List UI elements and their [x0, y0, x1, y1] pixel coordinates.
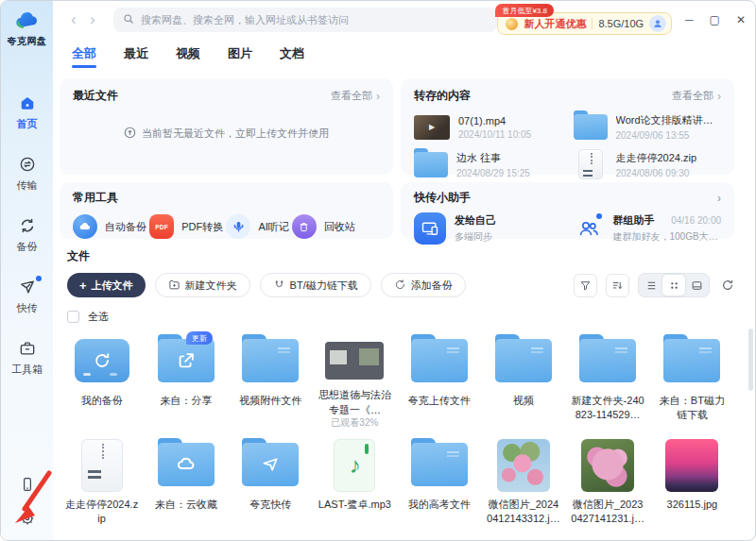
photo-thumbnail-icon: [497, 439, 550, 492]
search-placeholder: 搜索网盘、搜索全网，输入网址或从书签访问: [141, 13, 349, 27]
assistant-item-name: 发给自己: [455, 213, 496, 228]
minimize-icon[interactable]: ─: [685, 14, 694, 25]
assistant-item-name: 群组助手: [613, 213, 655, 228]
sidebar-item-label: 快传: [17, 301, 38, 315]
sort-icon[interactable]: [606, 274, 629, 297]
add-backup-button[interactable]: 添加备份: [381, 273, 466, 297]
coin-icon: [506, 18, 518, 30]
photo-thumbnail-icon: [665, 439, 718, 492]
filter-icon[interactable]: [574, 274, 597, 297]
grid-view-icon[interactable]: [662, 275, 685, 296]
file-name: 夸克快传: [245, 498, 296, 512]
maximize-icon[interactable]: ▢: [710, 14, 720, 25]
transferred-item[interactable]: 07(1).mp4 2024/10/11 10:05: [414, 113, 562, 141]
folder-icon: [411, 443, 468, 486]
app-name: 夸克网盘: [8, 35, 47, 48]
sidebar-item-label: 备份: [17, 240, 38, 254]
search-icon: [123, 13, 134, 26]
storage-quota: 8.5G/10G: [598, 18, 644, 29]
select-all-checkbox[interactable]: [67, 311, 79, 323]
file-tile[interactable]: 来自：BT磁力链下载: [650, 326, 734, 430]
forward-icon[interactable]: ›: [83, 12, 102, 27]
transferred-item[interactable]: 边水 往事 2024/08/29 15:25: [414, 149, 562, 179]
sidebar-item-transfer[interactable]: 传输: [17, 155, 38, 193]
transferred-view-all-link[interactable]: 查看全部›: [672, 89, 721, 103]
file-tile[interactable]: 微信图片_20230427141231.j…: [566, 430, 650, 533]
tab-recent[interactable]: 最近: [124, 45, 148, 67]
toolbox-icon: [18, 339, 37, 360]
new-folder-button[interactable]: 新建文件夹: [155, 273, 250, 297]
tool-recycle-bin[interactable]: 回收站: [292, 214, 355, 239]
sidebar-item-label: 工具箱: [11, 363, 43, 377]
tool-label: 回收站: [324, 220, 355, 234]
avatar[interactable]: [649, 15, 666, 32]
quark-cloud-logo-icon: [14, 9, 40, 34]
card-view-icon[interactable]: [685, 275, 708, 296]
transferred-item[interactable]: Word论文排版精讲（完结） 2024/09/06 13:55: [574, 113, 722, 141]
sidebar-item-backup[interactable]: 备份: [17, 216, 38, 254]
file-name: 我的高考文件: [404, 498, 475, 512]
file-tile[interactable]: 更新 来自：分享: [144, 326, 228, 430]
app-logo: 夸克网盘: [8, 9, 47, 48]
group-assistant-item[interactable]: 群组助手 04/16 20:00 建群加好友，100GB大文件直接发: [573, 212, 722, 245]
file-name: 07(1).mp4: [458, 115, 531, 127]
tab-video[interactable]: 视频: [176, 45, 200, 67]
file-tile[interactable]: 我的高考文件: [397, 430, 481, 533]
tool-ai-notes[interactable]: AI听记: [226, 214, 288, 239]
sidebar-item-home[interactable]: 首页: [17, 93, 38, 131]
file-tile[interactable]: ♪ LAST-鹭卓.mp3: [313, 430, 397, 533]
file-time: 2024/10/11 10:05: [458, 129, 531, 140]
file-name: 走走停停2024.zip: [616, 151, 697, 165]
magnet-icon: [273, 279, 285, 293]
list-view-icon[interactable]: [640, 275, 662, 296]
file-tile[interactable]: 新建文件夹-240823-114529…: [566, 326, 650, 430]
bt-magnet-download-button[interactable]: BT/磁力链下载: [260, 273, 371, 297]
transferred-title: 转存的内容: [414, 88, 471, 104]
assistant-item-time: 04/16 20:00: [671, 215, 721, 226]
chevron-right-icon[interactable]: ›: [717, 192, 721, 205]
settings-gear-icon[interactable]: [19, 510, 36, 531]
tool-pdf-convert[interactable]: PDF PDF转换: [149, 214, 223, 239]
backup-sync-icon: [18, 216, 37, 237]
file-tile[interactable]: 微信图片_20240412143312.j…: [481, 430, 565, 533]
back-icon[interactable]: ‹: [64, 12, 83, 27]
file-time: 2024/09/06 13:55: [616, 130, 722, 141]
scrollbar-thumb[interactable]: [748, 329, 753, 391]
file-tile[interactable]: 来自：云收藏: [144, 430, 228, 533]
recent-empty-state[interactable]: 当前暂无最近文件，立即上传文件并使用: [73, 104, 380, 162]
file-tile[interactable]: 思想道德与法治 专题一《… 已观看32%: [313, 326, 397, 430]
view-controls: [574, 273, 734, 297]
file-tile[interactable]: 夸克快传: [229, 430, 313, 533]
recent-view-all-link[interactable]: 查看全部›: [331, 89, 380, 103]
file-tile[interactable]: 6TB: [60, 533, 144, 540]
file-tile[interactable]: 视频附件文件: [229, 326, 313, 430]
close-icon[interactable]: ✕: [736, 14, 746, 25]
search-input[interactable]: 搜索网盘、搜索全网，输入网址或从书签访问: [113, 8, 497, 32]
category-tabs: 全部 最近 视频 图片 文档: [53, 39, 755, 76]
tab-all[interactable]: 全部: [72, 45, 96, 67]
tab-document[interactable]: 文档: [280, 45, 304, 67]
send-to-self-item[interactable]: 发给自己 多端同步: [414, 212, 563, 245]
upload-file-button[interactable]: + 上传文件: [67, 273, 146, 297]
refresh-icon[interactable]: [721, 279, 734, 292]
file-name: 视频: [508, 394, 539, 408]
transferred-item[interactable]: 走走停停2024.zip 2024/08/06 09:30: [574, 149, 722, 179]
sidebar-item-toolbox[interactable]: 工具箱: [11, 339, 43, 377]
file-tile[interactable]: [144, 533, 228, 540]
tab-image[interactable]: 图片: [228, 45, 252, 67]
mobile-phone-icon[interactable]: [19, 476, 36, 497]
file-tile[interactable]: 夸克上传文件: [397, 326, 481, 430]
file-tile[interactable]: 326115.jpg: [650, 430, 734, 533]
file-name: Word论文排版精讲（完结）: [616, 113, 722, 127]
vip-promo-button[interactable]: 首月低至¥3.8 新人开通优惠 8.5G/10G: [497, 12, 672, 35]
tool-auto-backup[interactable]: 自动备份: [73, 214, 146, 239]
select-all-label: 全选: [88, 310, 109, 324]
file-tile[interactable]: 走走停停2024.zip: [60, 430, 144, 533]
file-tile[interactable]: 我的备份: [60, 326, 144, 430]
zip-file-icon: [81, 439, 123, 492]
main-area: ‹ › 搜索网盘、搜索全网，输入网址或从书签访问 首月低至¥3.8 新人开通优惠…: [53, 1, 755, 540]
common-tools-title: 常用工具: [73, 190, 118, 206]
folder-icon: [574, 114, 608, 140]
sidebar-item-quick-transfer[interactable]: 快传: [17, 278, 38, 315]
file-tile[interactable]: 视频: [481, 326, 565, 430]
